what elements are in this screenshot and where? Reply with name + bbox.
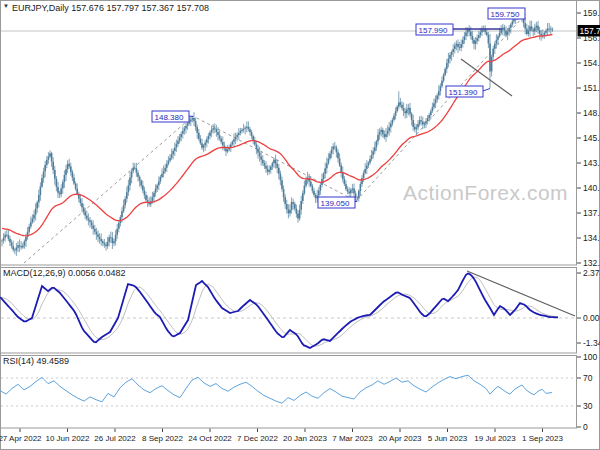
candle-body	[4, 235, 6, 238]
candle-body	[390, 124, 392, 128]
symbol-header: EURJPY,Daily 157.676 157.797 157.367 157…	[12, 3, 209, 13]
candle-body	[478, 35, 480, 38]
candle-body	[353, 189, 355, 194]
candle-body	[292, 202, 294, 204]
candle-body	[156, 185, 158, 188]
candle-body	[209, 132, 211, 135]
candle-body	[323, 174, 325, 179]
candle-body	[222, 142, 224, 145]
candle-body	[62, 182, 64, 188]
candle-body	[548, 29, 550, 30]
candle-body	[219, 135, 221, 138]
candle-body	[169, 158, 171, 161]
current-price-badge-label: 157.708	[580, 26, 600, 36]
candle-body	[443, 75, 445, 81]
candle-body	[449, 55, 451, 59]
candle-body	[235, 137, 237, 139]
candle-body	[32, 219, 34, 223]
chart-canvas[interactable]: 159.750157.990151.390148.380139.050159.5…	[0, 0, 600, 450]
candle-body	[492, 49, 494, 57]
candle-body	[531, 26, 533, 29]
candle-body	[126, 192, 128, 199]
rsi-axis-label: 100	[583, 352, 597, 362]
macd-axis-label: -1.3486	[583, 338, 600, 348]
candle-body	[267, 169, 269, 172]
candle-body	[76, 189, 78, 194]
candle-body	[305, 180, 307, 186]
price-axis-label: 134.920	[583, 233, 600, 243]
candle-body	[145, 195, 147, 200]
candle-body	[470, 32, 472, 36]
candle-body	[281, 180, 283, 189]
x-axis-label: 20 Apr 2023	[378, 434, 422, 443]
candle-body	[248, 127, 250, 130]
candle-body	[54, 170, 56, 179]
candle-body	[236, 135, 238, 137]
candle-body	[315, 195, 317, 198]
candle-body	[244, 128, 246, 129]
candle-body	[166, 164, 168, 168]
candle-body	[502, 28, 504, 31]
candle-body	[208, 136, 210, 139]
candle-body	[507, 31, 509, 34]
candle-body	[161, 174, 163, 177]
candle-body	[136, 168, 138, 172]
price-axis-label: 132.200	[583, 258, 600, 268]
candle-body	[160, 177, 162, 181]
candle-body	[472, 36, 474, 40]
x-axis-label: 5 Jun 2023	[428, 434, 468, 443]
candle-body	[438, 91, 440, 95]
candle-body	[329, 154, 331, 159]
price-axis-label: 151.320	[583, 83, 600, 93]
candle-body	[380, 130, 382, 132]
candle-body	[59, 193, 61, 195]
candle-body	[304, 186, 306, 193]
candle-body	[499, 33, 501, 36]
candle-body	[65, 169, 67, 175]
candle-body	[430, 111, 432, 115]
x-axis-label: 20 Jan 2023	[283, 434, 328, 443]
candle-body	[75, 184, 77, 189]
candle-body	[70, 167, 72, 172]
x-axis-label: 8 Sep 2022	[142, 434, 183, 443]
price-axis-label: 148.600	[583, 108, 600, 118]
candle-body	[22, 246, 24, 248]
x-axis-label: 26 Jul 2022	[94, 434, 136, 443]
x-axis-label: 7 Mar 2023	[332, 434, 373, 443]
candle-body	[272, 163, 274, 166]
candle-body	[441, 81, 443, 87]
candle-body	[30, 222, 32, 226]
candle-body	[417, 124, 419, 127]
candle-body	[465, 33, 467, 37]
price-label: 148.380	[155, 113, 184, 122]
candle-body	[297, 214, 299, 219]
candle-body	[36, 202, 38, 208]
candle-body	[6, 235, 8, 236]
candle-body	[9, 239, 11, 243]
candle-body	[140, 181, 142, 186]
rsi-axis-label: 0	[583, 422, 588, 432]
candle-body	[3, 238, 5, 241]
candle-body	[184, 128, 186, 131]
candle-body	[185, 126, 187, 129]
candle-body	[302, 193, 304, 201]
x-axis-label: 27 Apr 2022	[0, 434, 42, 443]
candle-body	[105, 245, 107, 247]
candle-body	[193, 118, 195, 121]
candle-body	[196, 127, 198, 133]
macd-line	[0, 274, 558, 349]
candle-body	[286, 204, 288, 209]
macd-axis-label: 0.00	[583, 313, 600, 323]
candle-body	[51, 153, 53, 161]
candle-body	[44, 165, 46, 172]
candle-body	[1, 241, 3, 242]
candle-body	[371, 155, 373, 159]
macd-signal-line	[0, 277, 558, 346]
candle-body	[374, 147, 376, 151]
candle-body	[283, 189, 285, 197]
candle-body	[547, 29, 549, 31]
candle-body	[83, 208, 85, 212]
candle-body	[124, 199, 126, 205]
candle-body	[425, 121, 427, 123]
candle-body	[91, 222, 93, 225]
